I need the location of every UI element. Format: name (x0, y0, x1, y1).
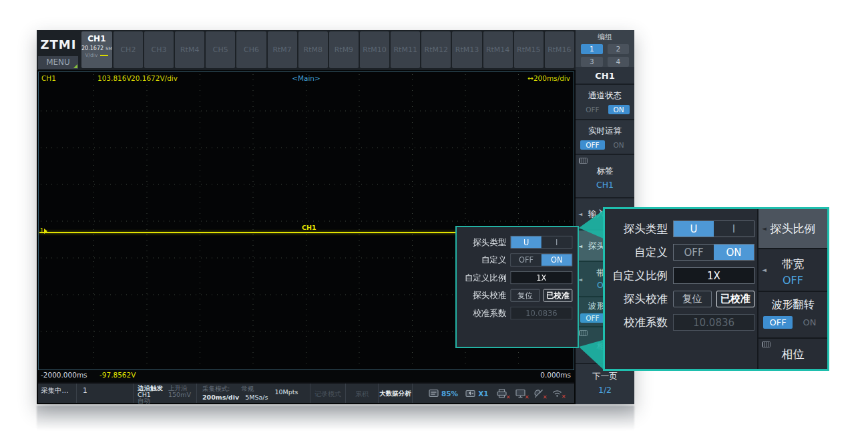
menu-button[interactable]: MENU (38, 56, 78, 69)
screen-reflection (37, 406, 634, 438)
realtime-calc-label: 实时运算 (576, 120, 634, 137)
custom-ratio-row: 自定义比例 1X (605, 264, 757, 287)
disconnected-x-icon: ✕ (525, 394, 529, 400)
trace-marker-arrow-icon (44, 229, 47, 234)
record-mode-button[interactable]: 记录模式 (310, 384, 346, 403)
trigger-info[interactable]: 边沿触发 CH1 自动 上升沿 150mV (134, 384, 197, 403)
bandwidth-value: OFF (758, 274, 827, 287)
probe-type-u-button[interactable]: U (511, 237, 541, 248)
menu-button-label: MENU (46, 57, 70, 67)
waveform-window: <Main> (292, 74, 320, 82)
grouping-title: 编组 (576, 32, 634, 42)
tab-label: RtM14 (486, 45, 509, 54)
sidebar-item-realtime-calc[interactable]: 实时运算 OFF ON (576, 120, 634, 155)
channel-state-off[interactable]: OFF (580, 105, 604, 114)
tab-rtm14[interactable]: RtM14 (483, 31, 513, 68)
waveform-invert-on[interactable]: ON (797, 316, 823, 329)
acquisition-info[interactable]: 采集模式: 常规 200ms/div 5MSa/s 10Mpts (197, 384, 310, 403)
waveform-invert-off[interactable]: OFF (763, 316, 792, 329)
custom-ratio-label: 自定义比例 (605, 269, 668, 283)
waveform-invert-label: 波形翻转 (758, 292, 827, 312)
tab-rtm16[interactable]: RtM16 (545, 31, 574, 68)
tag-value: CH1 (576, 180, 634, 190)
custom-ratio-input[interactable]: 1X (511, 271, 573, 284)
tab-rtm8[interactable]: RtM8 (298, 31, 328, 68)
tab-rtm12[interactable]: RtM12 (421, 31, 451, 68)
custom-off-button[interactable]: OFF (674, 245, 714, 260)
probe-cal-done-button[interactable]: 已校准 (716, 291, 755, 307)
cal-coef-row: 校准系数 10.0836 (459, 305, 574, 323)
tab-rtm13[interactable]: RtM13 (452, 31, 481, 68)
trace-level-marker[interactable]: 1 (40, 228, 47, 234)
callout-item-waveform-invert[interactable]: 波形翻转 OFF ON (758, 292, 827, 339)
cal-coef-input: 10.0836 (511, 307, 573, 319)
chevron-left-icon: ◄ (762, 225, 767, 232)
disconnected-x-icon: ✕ (506, 394, 511, 400)
probe-cal-done-button[interactable]: 已校准 (544, 289, 573, 302)
tab-rtm15[interactable]: RtM15 (514, 31, 544, 68)
big-data-analysis-button[interactable]: 大数据分析 (379, 384, 413, 403)
tab-rtm10[interactable]: RtM10 (360, 31, 389, 68)
custom-off-button[interactable]: OFF (511, 254, 541, 265)
tab-label: RtM13 (455, 45, 479, 54)
tab-rtm4[interactable]: RtM4 (175, 31, 204, 68)
trigger-mode: 自动 (138, 398, 163, 404)
sidebar-item-channel-state[interactable]: 通道状态 OFF ON (576, 85, 634, 120)
probe-type-i-button[interactable]: I (541, 237, 572, 248)
tab-ch1-value: 20.1672 (81, 45, 103, 51)
custom-on-button[interactable]: ON (714, 245, 754, 260)
callout-item-phase[interactable]: 相位 (758, 339, 827, 369)
trigger-level: -97.8562V (99, 371, 136, 379)
probe-cal-reset-button[interactable]: 复位 (511, 289, 540, 302)
group-button-2[interactable]: 2 (608, 44, 630, 54)
tab-label: RtM11 (393, 45, 417, 54)
top-bar: ZTMI MENU CH1 20.1672 5M V/div (37, 30, 576, 70)
channel-state-label: 通道状态 (576, 85, 634, 102)
group-button-4[interactable]: 4 (608, 57, 630, 67)
probe-type-u-button[interactable]: U (674, 221, 714, 237)
tab-label: CH6 (244, 45, 259, 54)
probe-type-i-button[interactable]: I (714, 221, 754, 237)
cal-coef-label: 校准系数 (605, 315, 668, 330)
tab-rtm11[interactable]: RtM11 (391, 31, 420, 68)
realtime-calc-on[interactable]: ON (608, 140, 630, 150)
display-icon: ✕ (515, 389, 526, 398)
cal-coef-input: 10.0836 (673, 314, 754, 331)
grouping-box: 编组 1 2 3 4 (576, 30, 634, 67)
callout-item-bandwidth[interactable]: ◄ 带宽 OFF (758, 249, 827, 292)
realtime-calc-off[interactable]: OFF (580, 140, 604, 150)
acq-rate: 5MSa/s (245, 394, 268, 401)
probe-cal-label: 探头校准 (459, 290, 506, 301)
acquiring-status: 采集中... (38, 384, 77, 403)
tab-label: RtM9 (335, 45, 353, 54)
channel-state-on[interactable]: ON (608, 105, 630, 114)
tab-ch2[interactable]: CH2 (114, 31, 143, 68)
probe-type-row: 探头类型 U I (459, 233, 574, 251)
tab-label: RtM4 (180, 45, 199, 54)
tab-label: CH3 (152, 45, 167, 54)
tab-rtm9[interactable]: RtM9 (329, 31, 359, 68)
group-button-1[interactable]: 1 (581, 44, 603, 54)
storage-icon: 85% (429, 389, 458, 398)
callout-item-probe-ratio[interactable]: ◄ 探头比例 (758, 209, 827, 249)
waveform-bottom-row: -2000.000ms -97.8562V 0.000ms (38, 371, 574, 382)
acquisition-count: 1 (77, 384, 134, 403)
waveform-info-row: CH1 103.816V 20.1672V/div <Main> ↔200ms/… (39, 74, 574, 84)
waveform-voltage: 103.816V (97, 74, 132, 82)
custom-on-button[interactable]: ON (541, 254, 572, 265)
custom-ratio-row: 自定义比例 1X (459, 269, 574, 287)
tab-ch6[interactable]: CH6 (236, 31, 266, 68)
probe-cal-reset-button[interactable]: 复位 (673, 291, 712, 307)
tab-ch3[interactable]: CH3 (144, 31, 174, 68)
custom-ratio-input[interactable]: 1X (673, 267, 754, 284)
probe-type-label: 探头类型 (459, 237, 506, 248)
tab-ch5[interactable]: CH5 (206, 31, 235, 68)
tab-label: RtM15 (517, 45, 540, 54)
probe-type-row: 探头类型 U I (605, 217, 757, 241)
sidebar-item-tag[interactable]: 标签 CH1 (576, 155, 634, 198)
tab-rtm7[interactable]: RtM7 (268, 31, 297, 68)
tab-ch1[interactable]: CH1 20.1672 5M V/div (81, 31, 112, 68)
group-button-3[interactable]: 3 (581, 57, 603, 67)
brand-logo: ZTMI (37, 37, 80, 51)
accumulate-button[interactable]: 累积 (346, 384, 379, 403)
